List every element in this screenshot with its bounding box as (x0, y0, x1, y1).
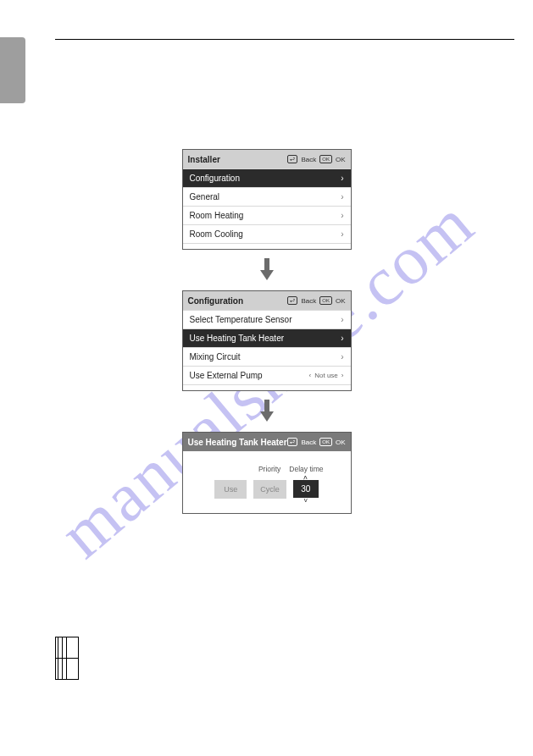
chevron-right-icon: › (341, 211, 343, 220)
ok-label: OK (336, 297, 346, 305)
header-actions: ⮐ Back OK OK (287, 438, 345, 446)
ok-icon[interactable]: OK (319, 296, 332, 305)
back-icon[interactable]: ⮐ (287, 296, 297, 305)
panel-title: Use Heating Tank Heater (188, 438, 287, 447)
back-icon[interactable]: ⮐ (287, 155, 297, 163)
panel-installer: Installer ⮐ Back OK OK Configuration › G… (182, 149, 352, 250)
menu-label: Select Temperature Sensor (190, 315, 292, 324)
panel-area: Installer ⮐ Back OK OK Configuration › G… (0, 149, 533, 514)
ok-label: OK (336, 439, 346, 446)
menu-label (190, 244, 192, 250)
detail-labels: Priority Delay time (258, 465, 324, 473)
footer-table (55, 637, 79, 680)
menu-label: Use External Pump (190, 371, 263, 380)
panel-use-heating-tank-heater: Use Heating Tank Heater ⮐ Back OK OK Pri… (182, 432, 352, 514)
detail-body: Priority Delay time Use Cycle ʌ 30 v (183, 451, 351, 513)
svg-rect-0 (264, 258, 269, 270)
ok-icon[interactable]: OK (319, 155, 332, 163)
panel-header: Installer ⮐ Back OK OK (183, 150, 351, 168)
chevron-right-icon: › (341, 352, 343, 361)
arrow-down-icon (258, 400, 275, 423)
stepper-row: Use Cycle ʌ 30 v (214, 475, 319, 503)
header-actions: ⮐ Back OK OK (287, 155, 345, 163)
cycle-button[interactable]: Cycle (253, 480, 286, 499)
top-rule (55, 39, 514, 40)
menu-label: Use Heating Tank Heater (190, 334, 285, 343)
back-label: Back (301, 156, 316, 163)
panel-title: Installer (188, 155, 220, 164)
delay-stepper[interactable]: ʌ 30 v (293, 475, 319, 503)
back-label: Back (301, 297, 316, 305)
delay-value: 30 (293, 480, 319, 498)
menu-label: Configuration (190, 174, 240, 183)
page-tab (0, 37, 25, 103)
menu-item-select-sensor[interactable]: Select Temperature Sensor › (183, 310, 351, 328)
table-cell (66, 659, 78, 680)
chevron-right-icon: › (341, 334, 343, 343)
svg-rect-2 (264, 400, 269, 411)
chevron-right-icon: › (341, 229, 343, 239)
menu-item-use-heating-tank-heater[interactable]: Use Heating Tank Heater › (183, 328, 351, 347)
menu-label: Room Heating (190, 211, 244, 220)
chevron-right-icon: › (341, 315, 343, 324)
chevron-right-icon: › (341, 192, 343, 201)
menu-label (190, 385, 192, 391)
menu-item-room-heating[interactable]: Room Heating › (183, 206, 351, 224)
chevron-down-icon[interactable]: v (304, 498, 308, 503)
menu-label: Room Cooling (190, 229, 243, 239)
table-row (56, 637, 79, 659)
svg-marker-1 (260, 270, 274, 280)
menu-item-use-external-pump[interactable]: Use External Pump ‹ Not use › (183, 366, 351, 384)
ok-label: OK (336, 156, 346, 163)
table-cell (66, 637, 78, 659)
chevron-right-icon: › (341, 174, 343, 183)
chevron-right-icon: › (341, 372, 344, 379)
svg-marker-3 (260, 411, 274, 422)
menu-item-mixing-circuit[interactable]: Mixing Circuit › (183, 347, 351, 366)
table-row (56, 659, 79, 680)
menu-item-partial[interactable] (183, 384, 351, 390)
menu-item-room-cooling[interactable]: Room Cooling › (183, 224, 351, 243)
menu-item-general[interactable]: General › (183, 187, 351, 206)
use-button[interactable]: Use (214, 480, 247, 499)
label-delay: Delay time (289, 465, 323, 473)
back-icon[interactable]: ⮐ (287, 438, 297, 446)
menu-item-partial[interactable] (183, 243, 351, 249)
value-label: Not use (314, 372, 338, 379)
value-chooser: ‹ Not use › (309, 372, 344, 379)
label-priority: Priority (258, 465, 280, 473)
ok-icon[interactable]: OK (319, 438, 332, 446)
menu-item-configuration[interactable]: Configuration › (183, 168, 351, 187)
header-actions: ⮐ Back OK OK (287, 296, 345, 305)
panel-header: Use Heating Tank Heater ⮐ Back OK OK (183, 433, 351, 451)
arrow-down-icon (258, 258, 275, 282)
menu-label: General (190, 192, 220, 201)
panel-title: Configuration (188, 296, 244, 306)
menu-label: Mixing Circuit (190, 352, 241, 361)
back-label: Back (301, 439, 316, 446)
panel-header: Configuration ⮐ Back OK OK (183, 291, 351, 310)
chevron-left-icon: ‹ (309, 372, 312, 379)
panel-configuration: Configuration ⮐ Back OK OK Select Temper… (182, 290, 352, 391)
